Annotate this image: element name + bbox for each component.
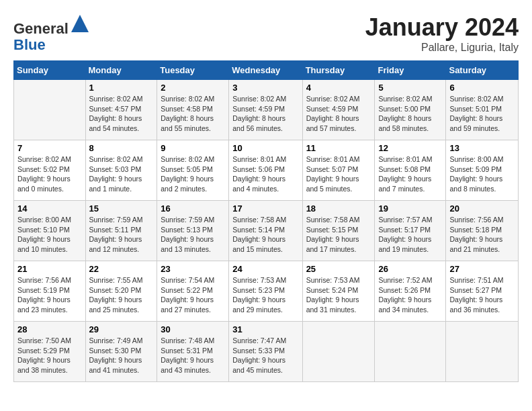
day-info: Sunrise: 7:59 AM Sunset: 5:13 PM Dayligh… xyxy=(161,215,225,255)
day-info: Sunrise: 7:53 AM Sunset: 5:23 PM Dayligh… xyxy=(232,275,298,315)
day-info: Sunrise: 8:02 AM Sunset: 5:05 PM Dayligh… xyxy=(161,154,225,194)
day-number: 25 xyxy=(306,264,371,274)
day-number: 5 xyxy=(378,83,442,93)
day-cell: 22Sunrise: 7:55 AM Sunset: 5:20 PM Dayli… xyxy=(85,261,157,322)
day-cell: 9Sunrise: 8:02 AM Sunset: 5:05 PM Daylig… xyxy=(157,140,229,201)
day-cell: 21Sunrise: 7:56 AM Sunset: 5:19 PM Dayli… xyxy=(14,261,86,322)
day-cell: 24Sunrise: 7:53 AM Sunset: 5:23 PM Dayli… xyxy=(229,261,302,322)
header-cell-wednesday: Wednesday xyxy=(229,61,302,80)
logo-general-text: General xyxy=(13,20,69,37)
day-cell: 11Sunrise: 8:01 AM Sunset: 5:07 PM Dayli… xyxy=(302,140,375,201)
calendar-body: 1Sunrise: 8:02 AM Sunset: 4:57 PM Daylig… xyxy=(14,80,519,382)
day-info: Sunrise: 8:02 AM Sunset: 5:00 PM Dayligh… xyxy=(378,94,442,134)
calendar-table: SundayMondayTuesdayWednesdayThursdayFrid… xyxy=(13,60,519,382)
day-info: Sunrise: 8:01 AM Sunset: 5:08 PM Dayligh… xyxy=(378,154,442,194)
week-row-2: 14Sunrise: 8:00 AM Sunset: 5:10 PM Dayli… xyxy=(14,201,519,261)
day-info: Sunrise: 7:52 AM Sunset: 5:26 PM Dayligh… xyxy=(378,275,442,315)
day-number: 2 xyxy=(161,83,225,93)
day-cell: 7Sunrise: 8:02 AM Sunset: 5:02 PM Daylig… xyxy=(14,140,86,201)
day-number: 11 xyxy=(306,143,371,153)
day-number: 16 xyxy=(161,203,225,214)
day-cell: 18Sunrise: 7:58 AM Sunset: 5:15 PM Dayli… xyxy=(302,201,375,261)
day-cell: 29Sunrise: 7:49 AM Sunset: 5:30 PM Dayli… xyxy=(85,322,157,382)
day-number: 31 xyxy=(232,324,298,334)
day-number: 9 xyxy=(161,143,225,153)
day-info: Sunrise: 7:59 AM Sunset: 5:11 PM Dayligh… xyxy=(89,215,154,255)
header-cell-friday: Friday xyxy=(375,61,446,80)
day-cell: 17Sunrise: 7:58 AM Sunset: 5:14 PM Dayli… xyxy=(229,201,302,261)
day-cell: 30Sunrise: 7:48 AM Sunset: 5:31 PM Dayli… xyxy=(157,322,229,382)
header-cell-sunday: Sunday xyxy=(14,61,86,80)
day-cell: 3Sunrise: 8:02 AM Sunset: 4:59 PM Daylig… xyxy=(229,80,302,140)
day-number: 8 xyxy=(89,143,154,153)
day-cell: 26Sunrise: 7:52 AM Sunset: 5:26 PM Dayli… xyxy=(375,261,446,322)
day-info: Sunrise: 7:57 AM Sunset: 5:17 PM Dayligh… xyxy=(378,215,442,255)
day-number: 29 xyxy=(89,324,154,334)
calendar-header: SundayMondayTuesdayWednesdayThursdayFrid… xyxy=(14,61,519,80)
header-cell-monday: Monday xyxy=(85,61,157,80)
title-block: January 2024 Pallare, Liguria, Italy xyxy=(365,13,519,54)
location-subtitle: Pallare, Liguria, Italy xyxy=(365,42,519,54)
day-number: 12 xyxy=(378,143,442,153)
day-cell xyxy=(14,80,86,140)
day-cell: 23Sunrise: 7:54 AM Sunset: 5:22 PM Dayli… xyxy=(157,261,229,322)
header-cell-saturday: Saturday xyxy=(446,61,519,80)
logo-icon xyxy=(70,13,90,34)
day-cell: 13Sunrise: 8:00 AM Sunset: 5:09 PM Dayli… xyxy=(446,140,519,201)
day-number: 27 xyxy=(449,264,515,274)
day-cell: 25Sunrise: 7:53 AM Sunset: 5:24 PM Dayli… xyxy=(302,261,375,322)
day-info: Sunrise: 8:01 AM Sunset: 5:07 PM Dayligh… xyxy=(306,154,371,194)
day-cell: 1Sunrise: 8:02 AM Sunset: 4:57 PM Daylig… xyxy=(85,80,157,140)
week-row-3: 21Sunrise: 7:56 AM Sunset: 5:19 PM Dayli… xyxy=(14,261,519,322)
day-info: Sunrise: 8:02 AM Sunset: 5:03 PM Dayligh… xyxy=(89,154,154,194)
day-cell: 28Sunrise: 7:50 AM Sunset: 5:29 PM Dayli… xyxy=(14,322,86,382)
day-info: Sunrise: 7:56 AM Sunset: 5:19 PM Dayligh… xyxy=(17,275,82,315)
day-number: 20 xyxy=(449,203,515,214)
day-info: Sunrise: 8:02 AM Sunset: 4:59 PM Dayligh… xyxy=(306,94,371,134)
day-info: Sunrise: 8:02 AM Sunset: 4:57 PM Dayligh… xyxy=(89,94,154,134)
day-number: 7 xyxy=(17,143,82,153)
day-info: Sunrise: 7:58 AM Sunset: 5:15 PM Dayligh… xyxy=(306,215,371,255)
day-cell: 27Sunrise: 7:51 AM Sunset: 5:27 PM Dayli… xyxy=(446,261,519,322)
day-number: 22 xyxy=(89,264,154,274)
day-number: 1 xyxy=(89,83,154,93)
day-cell: 15Sunrise: 7:59 AM Sunset: 5:11 PM Dayli… xyxy=(85,201,157,261)
week-row-0: 1Sunrise: 8:02 AM Sunset: 4:57 PM Daylig… xyxy=(14,80,519,140)
day-info: Sunrise: 8:00 AM Sunset: 5:10 PM Dayligh… xyxy=(17,215,82,255)
day-cell xyxy=(375,322,446,382)
day-cell: 16Sunrise: 7:59 AM Sunset: 5:13 PM Dayli… xyxy=(157,201,229,261)
day-cell: 31Sunrise: 7:47 AM Sunset: 5:33 PM Dayli… xyxy=(229,322,302,382)
svg-marker-0 xyxy=(71,15,89,32)
day-info: Sunrise: 8:02 AM Sunset: 4:58 PM Dayligh… xyxy=(161,94,225,134)
day-number: 14 xyxy=(17,203,82,214)
day-cell: 19Sunrise: 7:57 AM Sunset: 5:17 PM Dayli… xyxy=(375,201,446,261)
day-cell: 8Sunrise: 8:02 AM Sunset: 5:03 PM Daylig… xyxy=(85,140,157,201)
day-info: Sunrise: 7:47 AM Sunset: 5:33 PM Dayligh… xyxy=(232,336,298,375)
day-number: 26 xyxy=(378,264,442,274)
day-cell: 4Sunrise: 8:02 AM Sunset: 4:59 PM Daylig… xyxy=(302,80,375,140)
day-cell: 12Sunrise: 8:01 AM Sunset: 5:08 PM Dayli… xyxy=(375,140,446,201)
header-cell-tuesday: Tuesday xyxy=(157,61,229,80)
header-cell-thursday: Thursday xyxy=(302,61,375,80)
day-info: Sunrise: 8:01 AM Sunset: 5:06 PM Dayligh… xyxy=(232,154,298,194)
day-cell: 10Sunrise: 8:01 AM Sunset: 5:06 PM Dayli… xyxy=(229,140,302,201)
day-info: Sunrise: 7:50 AM Sunset: 5:29 PM Dayligh… xyxy=(17,336,82,375)
day-number: 30 xyxy=(161,324,225,334)
day-number: 4 xyxy=(306,83,371,93)
day-info: Sunrise: 7:56 AM Sunset: 5:18 PM Dayligh… xyxy=(449,215,515,255)
page-header: General Blue January 2024 Pallare, Ligur… xyxy=(13,13,519,54)
day-number: 28 xyxy=(17,324,82,334)
day-number: 17 xyxy=(232,203,298,214)
day-cell xyxy=(302,322,375,382)
day-info: Sunrise: 7:48 AM Sunset: 5:31 PM Dayligh… xyxy=(161,336,225,375)
day-info: Sunrise: 7:58 AM Sunset: 5:14 PM Dayligh… xyxy=(232,215,298,255)
header-row: SundayMondayTuesdayWednesdayThursdayFrid… xyxy=(14,61,519,80)
day-number: 10 xyxy=(232,143,298,153)
week-row-1: 7Sunrise: 8:02 AM Sunset: 5:02 PM Daylig… xyxy=(14,140,519,201)
week-row-4: 28Sunrise: 7:50 AM Sunset: 5:29 PM Dayli… xyxy=(14,322,519,382)
day-number: 13 xyxy=(449,143,515,153)
day-number: 24 xyxy=(232,264,298,274)
day-info: Sunrise: 8:02 AM Sunset: 4:59 PM Dayligh… xyxy=(232,94,298,134)
day-number: 23 xyxy=(161,264,225,274)
day-info: Sunrise: 7:55 AM Sunset: 5:20 PM Dayligh… xyxy=(89,275,154,315)
